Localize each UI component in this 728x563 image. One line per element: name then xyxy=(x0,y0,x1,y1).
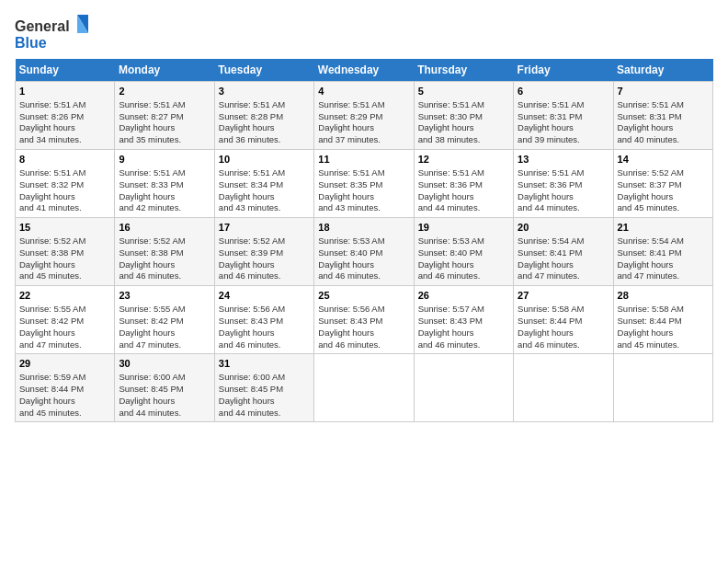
weekday-header-thursday: Thursday xyxy=(414,59,513,82)
calendar-week-4: 22Sunrise: 5:55 AMSunset: 8:42 PMDayligh… xyxy=(16,286,713,354)
day-info: Sunrise: 5:51 AMSunset: 8:26 PMDaylight … xyxy=(19,99,85,144)
calendar-cell: 13Sunrise: 5:51 AMSunset: 8:36 PMDayligh… xyxy=(514,150,613,218)
day-number: 19 xyxy=(418,221,509,235)
day-info: Sunrise: 5:51 AMSunset: 8:35 PMDaylight … xyxy=(318,167,384,213)
day-number: 28 xyxy=(618,289,709,303)
day-info: Sunrise: 5:51 AMSunset: 8:36 PMDaylight … xyxy=(418,167,484,213)
day-number: 7 xyxy=(618,85,709,98)
calendar-cell: 9Sunrise: 5:51 AMSunset: 8:33 PMDaylight… xyxy=(115,150,214,218)
calendar-cell: 19Sunrise: 5:53 AMSunset: 8:40 PMDayligh… xyxy=(414,218,513,286)
day-info: Sunrise: 5:51 AMSunset: 8:31 PMDaylight … xyxy=(618,99,684,144)
calendar-cell: 11Sunrise: 5:51 AMSunset: 8:35 PMDayligh… xyxy=(314,150,414,218)
weekday-header-friday: Friday xyxy=(514,59,613,82)
day-number: 22 xyxy=(19,289,110,303)
weekday-header-saturday: Saturday xyxy=(613,59,712,82)
day-info: Sunrise: 5:57 AMSunset: 8:43 PMDaylight … xyxy=(418,304,484,349)
day-number: 18 xyxy=(318,221,409,235)
day-info: Sunrise: 5:53 AMSunset: 8:40 PMDaylight … xyxy=(318,236,384,281)
day-info: Sunrise: 5:52 AMSunset: 8:38 PMDaylight … xyxy=(119,236,185,281)
calendar-cell xyxy=(314,354,414,422)
calendar-cell: 23Sunrise: 5:55 AMSunset: 8:42 PMDayligh… xyxy=(115,286,214,354)
day-info: Sunrise: 5:52 AMSunset: 8:37 PMDaylight … xyxy=(618,167,684,213)
day-info: Sunrise: 5:55 AMSunset: 8:42 PMDaylight … xyxy=(19,304,85,349)
calendar-cell xyxy=(514,354,613,422)
calendar-cell: 18Sunrise: 5:53 AMSunset: 8:40 PMDayligh… xyxy=(314,218,414,286)
calendar-cell xyxy=(414,354,513,422)
day-info: Sunrise: 5:51 AMSunset: 8:33 PMDaylight … xyxy=(119,167,185,213)
svg-text:Blue: Blue xyxy=(15,35,47,51)
svg-text:General: General xyxy=(15,18,70,34)
day-number: 25 xyxy=(318,289,409,303)
day-number: 26 xyxy=(418,289,509,303)
day-info: Sunrise: 5:58 AMSunset: 8:44 PMDaylight … xyxy=(618,304,684,349)
calendar-cell: 14Sunrise: 5:52 AMSunset: 8:37 PMDayligh… xyxy=(613,150,712,218)
day-info: Sunrise: 5:52 AMSunset: 8:38 PMDaylight … xyxy=(19,236,85,281)
calendar-week-5: 29Sunrise: 5:59 AMSunset: 8:44 PMDayligh… xyxy=(16,354,713,422)
day-info: Sunrise: 5:55 AMSunset: 8:42 PMDaylight … xyxy=(119,304,185,349)
calendar-week-1: 1Sunrise: 5:51 AMSunset: 8:26 PMDaylight… xyxy=(16,82,713,150)
calendar-header: SundayMondayTuesdayWednesdayThursdayFrid… xyxy=(16,59,713,82)
weekday-header-monday: Monday xyxy=(115,59,214,82)
day-number: 1 xyxy=(19,85,110,98)
day-number: 12 xyxy=(418,153,509,167)
calendar-cell: 20Sunrise: 5:54 AMSunset: 8:41 PMDayligh… xyxy=(514,218,613,286)
calendar-cell: 29Sunrise: 5:59 AMSunset: 8:44 PMDayligh… xyxy=(16,354,115,422)
calendar-cell: 21Sunrise: 5:54 AMSunset: 8:41 PMDayligh… xyxy=(613,218,712,286)
day-number: 10 xyxy=(219,153,310,167)
calendar-cell: 2Sunrise: 5:51 AMSunset: 8:27 PMDaylight… xyxy=(115,82,214,150)
day-number: 14 xyxy=(618,153,709,167)
day-info: Sunrise: 5:56 AMSunset: 8:43 PMDaylight … xyxy=(219,304,285,349)
day-number: 6 xyxy=(518,85,609,98)
calendar-cell xyxy=(613,354,712,422)
day-number: 24 xyxy=(219,289,310,303)
day-info: Sunrise: 5:51 AMSunset: 8:34 PMDaylight … xyxy=(219,167,285,213)
day-info: Sunrise: 5:54 AMSunset: 8:41 PMDaylight … xyxy=(618,236,684,281)
day-number: 4 xyxy=(318,85,409,98)
day-info: Sunrise: 5:56 AMSunset: 8:43 PMDaylight … xyxy=(318,304,384,349)
day-info: Sunrise: 5:51 AMSunset: 8:27 PMDaylight … xyxy=(119,99,185,144)
day-number: 5 xyxy=(418,85,509,98)
calendar-cell: 12Sunrise: 5:51 AMSunset: 8:36 PMDayligh… xyxy=(414,150,513,218)
day-number: 2 xyxy=(119,85,210,98)
day-number: 13 xyxy=(518,153,609,167)
day-number: 16 xyxy=(119,221,210,235)
calendar-cell: 4Sunrise: 5:51 AMSunset: 8:29 PMDaylight… xyxy=(314,82,414,150)
calendar-cell: 1Sunrise: 5:51 AMSunset: 8:26 PMDaylight… xyxy=(16,82,115,150)
day-number: 8 xyxy=(19,153,110,167)
day-info: Sunrise: 5:51 AMSunset: 8:32 PMDaylight … xyxy=(19,167,85,213)
calendar-cell: 10Sunrise: 5:51 AMSunset: 8:34 PMDayligh… xyxy=(214,150,313,218)
day-info: Sunrise: 6:00 AMSunset: 8:45 PMDaylight … xyxy=(219,372,285,417)
day-info: Sunrise: 5:51 AMSunset: 8:31 PMDaylight … xyxy=(518,99,584,144)
calendar-cell: 31Sunrise: 6:00 AMSunset: 8:45 PMDayligh… xyxy=(214,354,313,422)
weekday-header-wednesday: Wednesday xyxy=(314,59,414,82)
calendar-cell: 3Sunrise: 5:51 AMSunset: 8:28 PMDaylight… xyxy=(214,82,313,150)
day-number: 17 xyxy=(219,221,310,235)
calendar-cell: 8Sunrise: 5:51 AMSunset: 8:32 PMDaylight… xyxy=(16,150,115,218)
day-number: 20 xyxy=(518,221,609,235)
day-info: Sunrise: 6:00 AMSunset: 8:45 PMDaylight … xyxy=(119,372,185,417)
day-info: Sunrise: 5:52 AMSunset: 8:39 PMDaylight … xyxy=(219,236,285,281)
calendar-cell: 30Sunrise: 6:00 AMSunset: 8:45 PMDayligh… xyxy=(115,354,214,422)
day-info: Sunrise: 5:51 AMSunset: 8:36 PMDaylight … xyxy=(518,167,584,213)
logo-icon: General Blue xyxy=(15,13,88,53)
calendar-cell: 26Sunrise: 5:57 AMSunset: 8:43 PMDayligh… xyxy=(414,286,513,354)
weekday-header-sunday: Sunday xyxy=(16,59,115,82)
calendar-cell: 16Sunrise: 5:52 AMSunset: 8:38 PMDayligh… xyxy=(115,218,214,286)
day-info: Sunrise: 5:59 AMSunset: 8:44 PMDaylight … xyxy=(19,372,85,417)
calendar-cell: 25Sunrise: 5:56 AMSunset: 8:43 PMDayligh… xyxy=(314,286,414,354)
weekday-header-tuesday: Tuesday xyxy=(214,59,313,82)
calendar-cell: 7Sunrise: 5:51 AMSunset: 8:31 PMDaylight… xyxy=(613,82,712,150)
calendar-cell: 28Sunrise: 5:58 AMSunset: 8:44 PMDayligh… xyxy=(613,286,712,354)
calendar-cell: 6Sunrise: 5:51 AMSunset: 8:31 PMDaylight… xyxy=(514,82,613,150)
day-number: 30 xyxy=(119,357,210,371)
calendar-week-2: 8Sunrise: 5:51 AMSunset: 8:32 PMDaylight… xyxy=(16,150,713,218)
calendar-cell: 5Sunrise: 5:51 AMSunset: 8:30 PMDaylight… xyxy=(414,82,513,150)
day-info: Sunrise: 5:58 AMSunset: 8:44 PMDaylight … xyxy=(518,304,584,349)
day-number: 21 xyxy=(618,221,709,235)
day-info: Sunrise: 5:53 AMSunset: 8:40 PMDaylight … xyxy=(418,236,484,281)
header: General Blue xyxy=(15,9,713,53)
logo: General Blue xyxy=(15,13,88,53)
day-number: 15 xyxy=(19,221,110,235)
day-number: 11 xyxy=(318,153,409,167)
calendar-cell: 24Sunrise: 5:56 AMSunset: 8:43 PMDayligh… xyxy=(214,286,313,354)
